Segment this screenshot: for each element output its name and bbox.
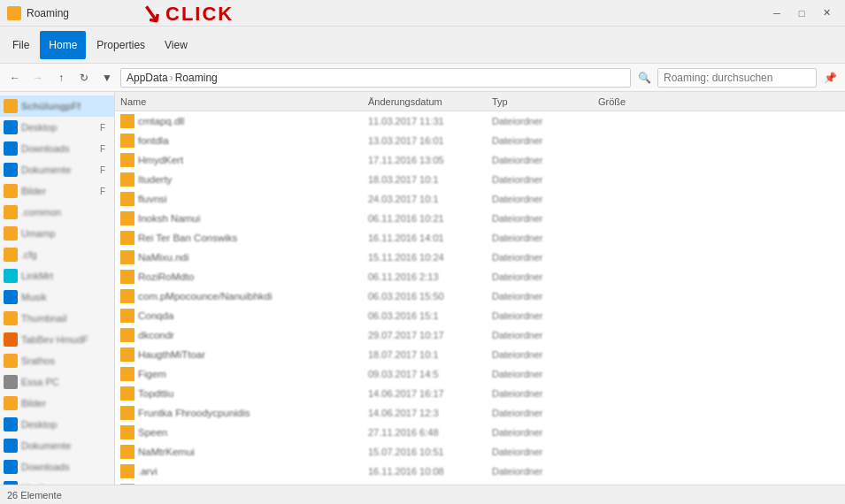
sidebar-label-8: LinkMrt <box>21 271 53 281</box>
file-icon-8 <box>120 270 134 284</box>
table-row[interactable]: Conqda06.03.2016 15:1Dateiordner <box>115 306 845 325</box>
address-bar: ← → ↑ ↻ ▼ AppData › Roaming 🔍 📌 <box>0 64 845 92</box>
sidebar-item-13[interactable]: Essa PC <box>0 371 114 393</box>
maximize-button[interactable]: □ <box>790 4 813 23</box>
sidebar-label-13: Essa PC <box>21 377 59 387</box>
table-row[interactable]: Rei Ter Ban Conswiks16.11.2016 14:01Date… <box>115 228 845 248</box>
sidebar-label-17: Downloads <box>21 462 69 472</box>
sidebar-item-2[interactable]: DownloadsF <box>0 138 114 159</box>
title-bar-title: Roaming <box>27 7 69 19</box>
file-type-10: Dateiordner <box>492 310 598 321</box>
column-headers: Name Änderungsdatum Typ Größe <box>115 92 845 111</box>
table-row[interactable]: .arvi16.11.2016 10:08Dateiordner <box>115 462 845 481</box>
table-row[interactable]: RoziRoMdto06.11.2016 2:13Dateiordner <box>115 267 845 286</box>
address-path[interactable]: AppData › Roaming <box>120 68 631 88</box>
sidebar-item-8[interactable]: LinkMrt <box>0 265 114 286</box>
table-row[interactable]: Ituderty18.03.2017 10:1Dateiordner <box>115 170 845 189</box>
sidebar-item-15[interactable]: Desktop <box>0 414 114 435</box>
sidebar-item-6[interactable]: Umamp <box>0 223 114 244</box>
sidebar-label-12: Srathos <box>21 355 55 366</box>
file-icon-4 <box>120 192 134 206</box>
sidebar-count-4: F <box>100 187 111 196</box>
file-name-5: Inoksh Namui <box>138 213 368 224</box>
content-area: Name Änderungsdatum Typ Größe cmtapq.dll… <box>115 92 845 485</box>
col-header-size[interactable]: Größe <box>598 96 687 107</box>
file-list: cmtapq.dll11.03.2017 11:31Dateiordnerfon… <box>115 111 845 485</box>
file-type-5: Dateiordner <box>492 213 598 224</box>
sidebar-item-1[interactable]: DesktopF <box>0 117 114 138</box>
pin-button[interactable]: 📌 <box>820 68 840 88</box>
sidebar-item-7[interactable]: .cfg <box>0 244 114 265</box>
refresh-button[interactable]: ↻ <box>74 68 94 88</box>
file-type-7: Dateiordner <box>492 252 598 263</box>
table-row[interactable]: NaMtrKemui15.07.2016 10:51Dateiordner <box>115 442 845 462</box>
tab-properties[interactable]: Properties <box>88 31 154 59</box>
sidebar-icon-13 <box>4 375 18 389</box>
file-type-12: Dateiordner <box>492 349 598 360</box>
file-icon-10 <box>120 309 134 323</box>
col-header-date[interactable]: Änderungsdatum <box>368 96 492 107</box>
table-row[interactable]: Topdttiu14.06.2017 16:17Dateiordner <box>115 384 845 403</box>
table-row[interactable]: fontdla13.03.2017 16:01Dateiordner <box>115 131 845 150</box>
table-row[interactable]: Fruntka Fhroodycpunidis14.06.2017 12:3Da… <box>115 403 845 423</box>
tab-home[interactable]: Home <box>40 31 86 59</box>
sidebar-item-5[interactable]: .common <box>0 202 114 223</box>
table-row[interactable]: Figem09.03.2017 14:5Dateiordner <box>115 364 845 384</box>
table-row[interactable]: HmydKert17.11.2016 13:05Dateiordner <box>115 150 845 170</box>
close-button[interactable]: ✕ <box>815 4 838 23</box>
file-date-12: 18.07.2017 10:1 <box>368 349 492 360</box>
tab-file[interactable]: File <box>4 31 38 59</box>
file-name-0: cmtapq.dll <box>138 116 368 126</box>
sidebar-icon-17 <box>4 460 18 474</box>
sidebar-item-4[interactable]: BilderF <box>0 180 114 202</box>
sidebar-item-16[interactable]: Dokumente <box>0 435 114 456</box>
up-button[interactable]: ↑ <box>51 68 71 88</box>
sidebar-icon-18 <box>4 481 18 485</box>
table-row[interactable]: com.pMpocounce/Nanuibhkdi06.03.2016 15:5… <box>115 286 845 306</box>
file-type-18: Dateiordner <box>492 466 598 477</box>
table-row[interactable]: fluvnsi24.03.2017 10:1Dateiordner <box>115 189 845 209</box>
file-date-10: 06.03.2016 15:1 <box>368 310 492 321</box>
table-row[interactable]: HaugthMiTtoar18.07.2017 10:1Dateiordner <box>115 345 845 364</box>
sidebar-count-3: F <box>100 165 111 175</box>
sidebar-item-9[interactable]: Musik <box>0 286 114 308</box>
recent-locations-button[interactable]: ▼ <box>97 68 117 88</box>
tab-view[interactable]: View <box>156 31 196 59</box>
sidebar-icon-11 <box>4 332 18 347</box>
back-button[interactable]: ← <box>5 68 25 88</box>
sidebar-item-17[interactable]: Downloads <box>0 456 114 477</box>
sidebar-icon-6 <box>4 226 18 241</box>
main-area: SchülungpFfDesktopFDownloadsFDokumenteFB… <box>0 92 845 485</box>
sidebar-item-3[interactable]: DokumenteF <box>0 159 114 180</box>
table-row[interactable]: Speen27.11.2016 6:48Dateiordner <box>115 423 845 442</box>
file-name-17: NaMtrKemui <box>138 447 368 457</box>
search-toggle-button[interactable]: 🔍 <box>634 68 654 88</box>
col-header-type[interactable]: Typ <box>492 96 598 107</box>
sidebar-icon-10 <box>4 311 18 325</box>
table-row[interactable]: cmtapq.dll11.03.2017 11:31Dateiordner <box>115 111 845 131</box>
file-type-11: Dateiordner <box>492 330 598 340</box>
table-row[interactable]: Inoksh Namui06.11.2016 10:21Dateiordner <box>115 209 845 228</box>
col-header-name[interactable]: Name <box>120 96 368 107</box>
sidebar-item-12[interactable]: Srathos <box>0 350 114 371</box>
sidebar-icon-12 <box>4 354 18 368</box>
minimize-button[interactable]: ─ <box>765 4 788 23</box>
file-icon-1 <box>120 134 134 148</box>
sidebar-item-11[interactable]: TabBev HmudF <box>0 329 114 350</box>
sidebar-item-0[interactable]: SchülungpFf <box>0 95 114 117</box>
table-row[interactable]: NaMixu.ndi15.11.2016 10:24Dateiordner <box>115 248 845 267</box>
file-type-9: Dateiordner <box>492 291 598 302</box>
search-input[interactable] <box>657 68 817 88</box>
table-row[interactable]: Logkhuk31.11.2016 10:8Dateiordner <box>115 481 845 485</box>
sidebar-label-14: Bilder <box>21 398 46 409</box>
sidebar-label-18: Musik <box>21 483 47 485</box>
sidebar-item-14[interactable]: Bilder <box>0 393 114 414</box>
sidebar-item-18[interactable]: Musik <box>0 477 114 485</box>
table-row[interactable]: dkcondr29.07.2017 10:17Dateiordner <box>115 325 845 345</box>
file-icon-7 <box>120 250 134 264</box>
path-segment-appdata: AppData <box>127 72 168 84</box>
forward-button[interactable]: → <box>28 68 48 88</box>
sidebar-item-10[interactable]: Thumbnail <box>0 308 114 329</box>
sidebar-label-0: SchülungpFf <box>21 101 81 111</box>
sidebar-label-5: .common <box>21 207 61 218</box>
